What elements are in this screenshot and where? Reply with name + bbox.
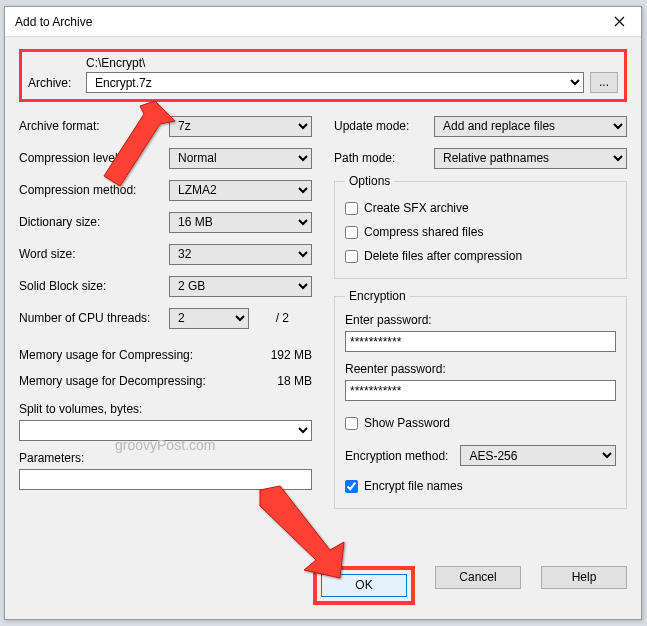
archive-filename-input[interactable]: Encrypt.7z	[86, 72, 584, 93]
path-mode-select[interactable]: Relative pathnames	[434, 148, 627, 169]
word-size-label: Word size:	[19, 247, 169, 261]
reenter-password-input[interactable]	[345, 380, 616, 401]
options-fieldset: Options Create SFX archive Compress shar…	[334, 174, 627, 279]
archive-highlight-box: C:\Encrypt\ Archive: Encrypt.7z ...	[19, 49, 627, 102]
options-legend: Options	[345, 174, 394, 188]
update-mode-select[interactable]: Add and replace files	[434, 116, 627, 137]
encrypt-filenames-checkbox[interactable]	[345, 480, 358, 493]
archive-format-select[interactable]: 7z	[169, 116, 312, 137]
browse-button[interactable]: ...	[590, 72, 618, 93]
ok-button[interactable]: OK	[321, 574, 407, 597]
compress-shared-checkbox[interactable]	[345, 226, 358, 239]
left-column: Archive format: 7z Compression level: No…	[19, 110, 312, 509]
dictionary-size-label: Dictionary size:	[19, 215, 169, 229]
reenter-password-label: Reenter password:	[345, 362, 616, 376]
compression-level-label: Compression level:	[19, 151, 169, 165]
ok-highlight-box: OK	[313, 566, 415, 605]
parameters-input[interactable]	[19, 469, 312, 490]
solid-block-size-select[interactable]: 2 GB	[169, 276, 312, 297]
enter-password-input[interactable]	[345, 331, 616, 352]
split-volumes-label: Split to volumes, bytes:	[19, 402, 312, 416]
button-bar: OK Cancel Help	[313, 566, 627, 605]
encrypt-filenames-label: Encrypt file names	[364, 479, 463, 493]
create-sfx-checkbox[interactable]	[345, 202, 358, 215]
enter-password-label: Enter password:	[345, 313, 616, 327]
memory-decompress-value: 18 MB	[277, 374, 312, 388]
close-button[interactable]	[597, 7, 641, 37]
cpu-threads-max: / 2	[249, 311, 289, 325]
encryption-method-label: Encryption method:	[345, 449, 448, 463]
window-title: Add to Archive	[15, 15, 597, 29]
cpu-threads-select[interactable]: 2	[169, 308, 249, 329]
parameters-label: Parameters:	[19, 451, 312, 465]
close-icon	[614, 16, 625, 27]
compression-method-select[interactable]: LZMA2	[169, 180, 312, 201]
dictionary-size-select[interactable]: 16 MB	[169, 212, 312, 233]
split-volumes-select[interactable]	[19, 420, 312, 441]
help-button[interactable]: Help	[541, 566, 627, 589]
compression-method-label: Compression method:	[19, 183, 169, 197]
compression-level-select[interactable]: Normal	[169, 148, 312, 169]
cancel-button[interactable]: Cancel	[435, 566, 521, 589]
word-size-select[interactable]: 32	[169, 244, 312, 265]
show-password-label: Show Password	[364, 416, 450, 430]
encryption-fieldset: Encryption Enter password: Reenter passw…	[334, 289, 627, 509]
delete-after-checkbox[interactable]	[345, 250, 358, 263]
compress-shared-label: Compress shared files	[364, 225, 483, 239]
cpu-threads-label: Number of CPU threads:	[19, 311, 169, 325]
memory-decompress-label: Memory usage for Decompressing:	[19, 374, 206, 388]
memory-compress-value: 192 MB	[271, 348, 312, 362]
encryption-legend: Encryption	[345, 289, 410, 303]
archive-path: C:\Encrypt\	[86, 56, 618, 70]
add-to-archive-dialog: Add to Archive C:\Encrypt\ Archive: Encr…	[4, 6, 642, 620]
memory-compress-label: Memory usage for Compressing:	[19, 348, 193, 362]
right-column: Update mode: Add and replace files Path …	[334, 110, 627, 509]
archive-label: Archive:	[28, 76, 86, 90]
create-sfx-label: Create SFX archive	[364, 201, 469, 215]
delete-after-label: Delete files after compression	[364, 249, 522, 263]
update-mode-label: Update mode:	[334, 119, 434, 133]
solid-block-size-label: Solid Block size:	[19, 279, 169, 293]
encryption-method-select[interactable]: AES-256	[460, 445, 616, 466]
archive-format-label: Archive format:	[19, 119, 169, 133]
titlebar: Add to Archive	[5, 7, 641, 37]
path-mode-label: Path mode:	[334, 151, 434, 165]
show-password-checkbox[interactable]	[345, 417, 358, 430]
